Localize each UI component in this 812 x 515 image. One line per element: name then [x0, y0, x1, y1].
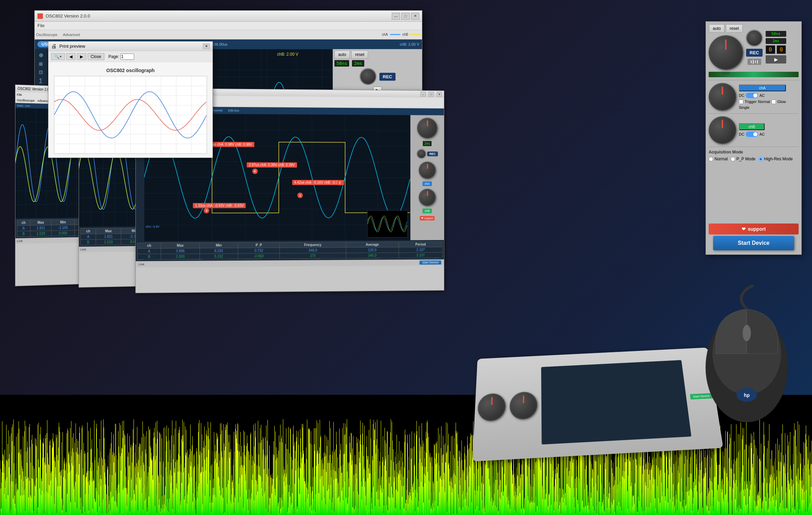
rlp-reset-btn[interactable]: reset — [726, 24, 743, 33]
win3-support-btn[interactable]: ❤ support — [420, 216, 435, 220]
rlp-timebase-1[interactable]: 50ns — [766, 31, 786, 37]
rlp-single-row: Single — [739, 105, 786, 110]
measure-icon[interactable]: ⊡ — [39, 69, 43, 75]
pp-next-page[interactable]: ▶ — [77, 53, 86, 60]
hardware-panel: Start Device — [472, 347, 723, 461]
rlp-chb-btn[interactable]: chB — [739, 123, 765, 130]
rlp-play-btn[interactable]: ▶ — [766, 55, 786, 64]
rlp-chb-toggle[interactable] — [746, 131, 758, 137]
rlp-cha-knob[interactable] — [709, 83, 736, 111]
rlp-rec-label[interactable]: REC — [746, 49, 762, 57]
rlp-trigger-lbl: Trigger — [745, 100, 756, 104]
pp-zoom-in[interactable]: 🔍+ — [51, 53, 65, 60]
pp-prev-page[interactable]: ◀ — [66, 53, 76, 60]
math-icon[interactable]: ∑ — [39, 78, 43, 83]
rlp-eq-icon — [747, 59, 761, 65]
timebase-2[interactable]: 2ms — [352, 60, 364, 67]
print-preview-title-bar: 🖨 Print preview ✕ — [48, 42, 213, 51]
win3-rec-btn[interactable] — [416, 149, 426, 159]
rlp-cha-ac[interactable]: AC — [759, 93, 765, 98]
win3-right-panel: 2ms REC chA chB ❤ support — [410, 115, 444, 240]
rlp-cha-row: chA DC AC Trigger Normal Glow Single — [709, 83, 799, 111]
rlp-highres-radio-input[interactable] — [758, 157, 763, 161]
maximize-button[interactable]: □ — [401, 13, 410, 20]
rlp-pp-radio[interactable]: P_P Mode — [731, 157, 756, 161]
file-menu[interactable]: File — [37, 23, 45, 28]
cursor-icon[interactable]: ⊞ — [39, 61, 43, 67]
rlp-cha-btn[interactable]: chA — [739, 84, 786, 91]
marker-0: 0 — [252, 169, 258, 174]
auto-button[interactable]: auto — [334, 50, 350, 59]
win3-maximize[interactable]: □ — [428, 92, 434, 96]
rlp-cha-toggle[interactable] — [746, 93, 758, 98]
win1-live: Live — [17, 239, 23, 243]
win3-start-device[interactable]: Start Device — [420, 260, 441, 264]
win2-live: Live — [80, 248, 86, 251]
pp-close-btn[interactable]: Close — [88, 53, 104, 60]
win3-stats-area: chMaxMinP_PFrequencyAveragePeriod A3.986… — [136, 240, 444, 261]
win3-close[interactable]: ✕ — [437, 92, 442, 97]
rlp-cha-coupling: DC AC — [739, 93, 786, 98]
col-ch: ch — [17, 220, 30, 226]
rlp-rec-dial[interactable] — [746, 30, 763, 47]
win3-rec-label[interactable]: REC — [427, 151, 438, 156]
oscilloscope-menu[interactable]: Oscilloscope — [36, 33, 57, 37]
zoom-icon[interactable]: ⊕ — [39, 52, 43, 58]
rlp-chb-ac[interactable]: AC — [759, 132, 765, 136]
win1-osc[interactable]: Oscilloscope — [17, 98, 35, 102]
rlp-normal-lbl[interactable]: Normal — [758, 100, 770, 104]
page-number-input[interactable] — [121, 54, 134, 60]
rlp-timebase-section: 50ns 2ms 0 0 ▶ — [766, 31, 786, 64]
rlp-trigger-check[interactable] — [739, 100, 743, 104]
timebase-1[interactable]: 50ns — [334, 60, 349, 67]
rlp-pp-radio-input[interactable] — [731, 157, 735, 161]
win3-cha-btn[interactable]: chA — [423, 181, 432, 186]
rlp-pp-mode: P_P Mode — [736, 157, 756, 161]
win1-file[interactable]: File — [17, 93, 22, 97]
rlp-auto-btn[interactable]: auto — [709, 24, 724, 33]
rlp-support-heart: ❤ — [742, 226, 746, 232]
pp-close-button[interactable]: ✕ — [203, 44, 210, 49]
col-max: Max — [30, 220, 52, 226]
rlp-highres-radio[interactable]: High-Res Mode — [758, 157, 793, 161]
rlp-normal-radio[interactable]: Normal — [709, 157, 728, 161]
rlp-normal-radio-input[interactable] — [709, 157, 713, 161]
window-controls[interactable]: — □ ✕ — [392, 13, 419, 20]
minimize-button[interactable]: — — [392, 13, 400, 20]
rlp-time-knob[interactable]: Time — [709, 35, 743, 70]
rlp-chb-knob[interactable] — [709, 116, 736, 144]
win3-chb-knob[interactable] — [419, 189, 436, 206]
reset-button[interactable]: reset — [351, 50, 368, 59]
rlp-auto-reset: auto reset Time — [709, 24, 743, 70]
rlp-counter-1: 0 — [777, 45, 786, 54]
win3-stat-b: B2.0005.192-0.960375345.03.107 — [137, 252, 443, 260]
close-button[interactable]: ✕ — [411, 13, 419, 20]
mini-waterfall — [367, 210, 408, 238]
rlp-start-device-btn[interactable]: Start Device — [713, 236, 794, 250]
chb-line — [410, 34, 421, 35]
rlp-timebase-2[interactable]: 2ms — [766, 38, 786, 44]
win3-minimize[interactable]: — — [421, 92, 426, 96]
rlp-chb-dc[interactable]: DC — [739, 132, 744, 136]
rlp-chb-controls: chB DC AC — [739, 123, 765, 137]
win3-chb-btn[interactable]: chB — [423, 208, 432, 213]
print-preview-toolbar: 🔍+ ◀ ▶ Close Page: — [48, 51, 213, 62]
rlp-sep-1 — [709, 80, 799, 80]
rlp-cha-dc[interactable]: DC — [739, 93, 744, 98]
hw-knob-1[interactable] — [477, 393, 506, 422]
rec-button[interactable] — [359, 68, 377, 85]
win3-time-knob[interactable] — [417, 118, 437, 138]
w2-col-max: Max — [96, 228, 121, 234]
advanced-menu[interactable]: Advanced — [63, 33, 80, 37]
rec-label[interactable]: REC — [379, 73, 396, 81]
rlp-support-btn[interactable]: ❤ support — [709, 224, 799, 234]
win3-cha-knob[interactable] — [419, 162, 436, 179]
win3-stats-table: chMaxMinP_PFrequencyAveragePeriod A3.986… — [137, 241, 443, 260]
print-canvas — [54, 76, 207, 153]
menu-bar: File — [35, 22, 422, 30]
hw-knob-2[interactable] — [510, 391, 537, 420]
rlp-highres-mode: High-Res Mode — [764, 157, 793, 161]
rlp-single-lbl[interactable]: Single — [739, 105, 750, 110]
title-bar: OSC802 Version 2.0.0 — □ ✕ — [35, 11, 422, 22]
rlp-glow-check[interactable] — [771, 100, 776, 104]
